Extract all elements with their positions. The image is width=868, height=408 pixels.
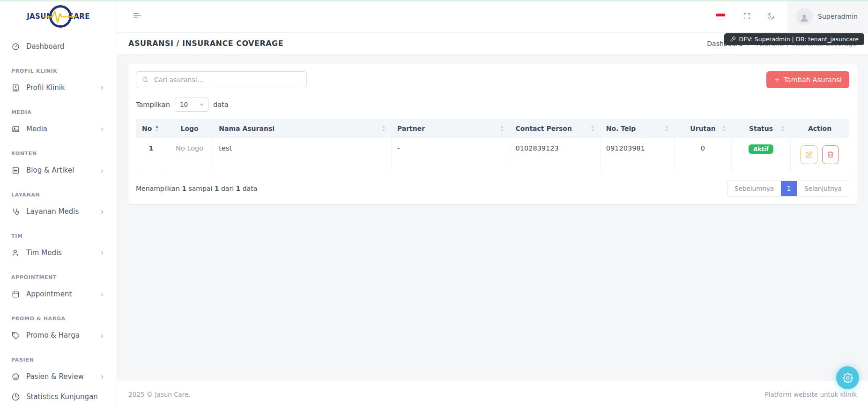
column-label: Contact Person (516, 125, 572, 132)
column-label: Urutan (690, 125, 715, 132)
chevron-right-icon (99, 250, 105, 257)
brand-logo[interactable]: JASUN CARE (0, 0, 117, 33)
cell-contact: 0102839123 (510, 138, 600, 171)
article-icon (11, 166, 20, 175)
column-header-logo: Logo (166, 120, 213, 138)
cell-logo: No Logo (166, 138, 213, 171)
sidebar-item-tim-medis[interactable]: Tim Medis (0, 243, 117, 263)
show-entries-suffix: data (213, 101, 229, 108)
app-root: JASUN CARE DashboardPROFIL KLINIKProfil … (0, 0, 868, 408)
sort-icon (781, 125, 785, 132)
table-info-part: Menampilkan (136, 185, 182, 192)
show-entries-label: Tampilkan (136, 101, 170, 108)
tag-icon (11, 331, 20, 340)
footer-copyright: 2025 © Jasun Care. (128, 391, 191, 398)
person-icon (799, 13, 809, 23)
column-label: Partner (397, 125, 425, 132)
pagination-next-button[interactable]: Selanjutnya (797, 181, 849, 196)
pagination-page-1[interactable]: 1 (781, 181, 797, 196)
sidebar: JASUN CARE DashboardPROFIL KLINIKProfil … (0, 0, 117, 408)
sidebar-item-label: Profil Klinik (26, 83, 65, 92)
asuransi-card: Tambah Asuransi Tampilkan 10 data NoLogo… (128, 64, 857, 204)
search-icon (141, 76, 149, 83)
table-footer: Menampilkan 1 sampai 1 dari 1 data Sebel… (136, 181, 849, 196)
sidebar-section-heading: PROMO & HARGA (0, 304, 117, 325)
add-asuransi-label: Tambah Asuransi (784, 76, 842, 83)
edit-button[interactable] (801, 145, 817, 164)
column-label: Logo (181, 125, 199, 132)
search-input[interactable] (136, 71, 307, 88)
sidebar-item-media[interactable]: Media (0, 119, 117, 139)
sidebar-item-label: Dashboard (26, 42, 64, 51)
column-header-status[interactable]: Status (731, 120, 790, 138)
table-info-part: 1 (236, 185, 241, 192)
fullscreen-button[interactable] (740, 9, 754, 23)
sidebar-item-dashboard[interactable]: Dashboard (0, 37, 117, 57)
sidebar-item-appointment[interactable]: Appointment (0, 284, 117, 304)
topbar: Superadmin (117, 0, 868, 33)
settings-fab-button[interactable] (836, 366, 859, 389)
sidebar-item-label: Blog & Artikel (26, 166, 74, 175)
sort-icon (591, 125, 594, 132)
fullscreen-icon (742, 12, 751, 21)
column-header-urutan[interactable]: Urutan (675, 120, 732, 138)
sort-icon (500, 125, 504, 132)
delete-button[interactable] (822, 145, 839, 164)
column-header-action: Action (791, 120, 849, 138)
cell-partner: - (391, 138, 510, 171)
calendar-icon (11, 290, 20, 299)
sidebar-item-profil-klinik[interactable]: Profil Klinik (0, 78, 117, 98)
sidebar-section-heading: KONTEN (0, 139, 117, 160)
sidebar-item-layanan-medis[interactable]: Layanan Medis (0, 202, 117, 222)
column-header-contact-person[interactable]: Contact Person (510, 120, 600, 138)
sidebar-item-label: Pasien & Review (26, 372, 84, 381)
chevron-right-icon (99, 126, 105, 133)
card-toolbar: Tambah Asuransi (136, 71, 849, 88)
cell-urutan: 0 (675, 138, 732, 171)
chevron-right-icon (99, 85, 105, 91)
sidebar-item-label: Promo & Harga (26, 331, 80, 340)
gauge-icon (11, 42, 20, 51)
footer: 2025 © Jasun Care. Platform website untu… (117, 381, 868, 408)
column-header-partner[interactable]: Partner (391, 120, 510, 138)
sidebar-section-heading: PASIEN (0, 346, 117, 367)
column-header-nama-asuransi[interactable]: Nama Asuransi (213, 120, 392, 138)
select-wrap: 10 (175, 98, 208, 112)
status-badge: Aktif (749, 144, 773, 154)
dev-tooltip: DEV: Superadmin | DB: tenant_jasuncare (724, 33, 864, 45)
page-size-select[interactable]: 10 (175, 98, 208, 112)
sidebar-toggle-button[interactable] (130, 8, 145, 24)
column-label: Action (808, 125, 831, 132)
show-entries: Tampilkan 10 data (136, 98, 849, 112)
cell-nama: test (213, 138, 392, 171)
language-flag-button[interactable] (713, 10, 728, 23)
dark-mode-button[interactable] (764, 9, 778, 23)
sidebar-item-promo-harga[interactable]: Promo & Harga (0, 325, 117, 346)
asuransi-table: NoLogoNama AsuransiPartnerContact Person… (136, 119, 849, 171)
chevron-right-icon (99, 209, 105, 215)
table-body: 1No Logotest-01028391230912039810Aktif (136, 138, 849, 171)
cell-no: 1 (136, 138, 166, 171)
table-info-part: 1 (182, 185, 186, 192)
sidebar-item-blog-artikel[interactable]: Blog & Artikel (0, 160, 117, 181)
edit-icon (805, 151, 813, 159)
sort-icon (722, 125, 726, 132)
indonesia-flag-icon (716, 13, 726, 20)
user-menu[interactable]: Superadmin (787, 0, 868, 32)
sidebar-item-label: Tim Medis (26, 249, 62, 257)
sidebar-item-pasien-review[interactable]: Pasien & Review (0, 367, 117, 387)
gear-icon (843, 373, 853, 383)
dev-tooltip-text: DEV: Superadmin | DB: tenant_jasuncare (739, 36, 859, 43)
avatar (796, 8, 813, 25)
cell-action (791, 138, 849, 171)
column-header-no[interactable]: No (136, 120, 166, 138)
add-asuransi-button[interactable]: Tambah Asuransi (766, 71, 849, 88)
table-info-part: data (240, 185, 257, 192)
brand-circle-icon (49, 5, 72, 28)
table-header-row: NoLogoNama AsuransiPartnerContact Person… (136, 120, 849, 138)
page-title: ASURANSI / INSURANCE COVERAGE (128, 39, 283, 48)
pagination-prev-button[interactable]: Sebelumnya (727, 181, 781, 196)
sidebar-item-statistics-kunjungan[interactable]: Statistics Kunjungan (0, 387, 117, 407)
topbar-right: Superadmin (713, 0, 868, 32)
column-header-no-telp[interactable]: No. Telp (600, 120, 674, 138)
